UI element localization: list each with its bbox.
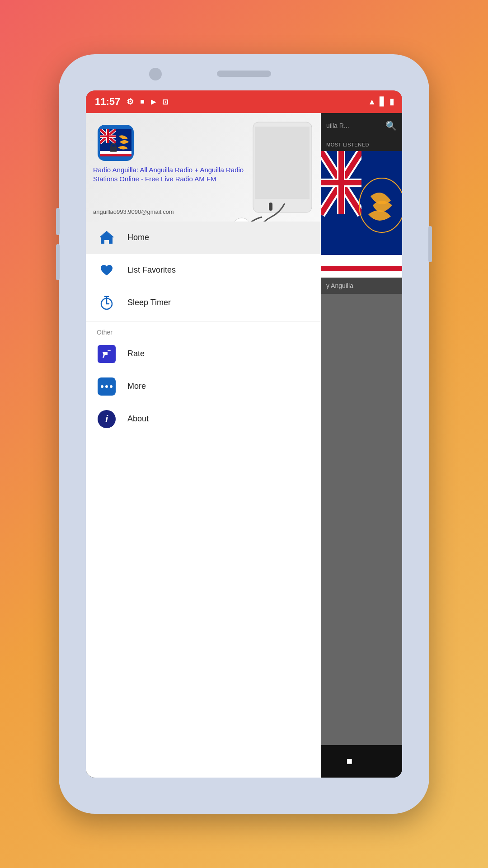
svg-point-18 xyxy=(232,218,252,222)
nav-divider xyxy=(86,321,321,321)
nav-home-label: Home xyxy=(127,233,149,242)
nav-drawer: Radio Anguilla: All Anguilla Radio + Ang… xyxy=(86,113,321,778)
svg-rect-38 xyxy=(108,350,111,351)
volume-up-button xyxy=(56,208,60,235)
search-icon[interactable]: 🔍 xyxy=(385,120,397,131)
nav-about-label: About xyxy=(127,414,149,424)
drawer-nav: Home List Favorites xyxy=(86,222,321,778)
volume-down-button xyxy=(56,244,60,280)
nav-item-rate[interactable]: Rate xyxy=(86,338,321,370)
main-content: uilla R... 🔍 MOST LISTENED xyxy=(86,113,402,778)
status-bar: 11:57 ⚙ ■ ▶ ⊡ ▲ ▋ ▮ xyxy=(86,90,402,113)
wifi-icon: ▲ xyxy=(368,97,376,107)
heart-icon xyxy=(97,260,117,280)
power-button xyxy=(428,226,432,262)
speaker-top xyxy=(217,71,271,77)
svg-rect-17 xyxy=(255,127,310,199)
gear-icon: ⚙ xyxy=(127,97,134,107)
nav-favorites-label: List Favorites xyxy=(127,265,176,275)
svg-rect-22 xyxy=(269,203,272,211)
other-section-label: Other xyxy=(86,323,321,338)
nav-item-sleep-timer[interactable]: Sleep Timer xyxy=(86,287,321,319)
most-listened-label: MOST LISTENED xyxy=(321,138,402,151)
right-panel-title: uilla R... xyxy=(326,122,349,129)
timer-icon xyxy=(97,293,117,313)
svg-rect-15 xyxy=(321,271,402,278)
nav-item-about[interactable]: i About xyxy=(86,403,321,435)
right-panel: uilla R... 🔍 MOST LISTENED xyxy=(321,113,402,778)
nav-sleep-timer-label: Sleep Timer xyxy=(127,298,171,307)
phone-frame: 11:57 ⚙ ■ ▶ ⊡ ▲ ▋ ▮ uilla R... 🔍 MOST LI… xyxy=(59,54,429,814)
svg-rect-35 xyxy=(100,154,131,156)
svg-rect-32 xyxy=(100,136,116,137)
drawer-email: anguillao993.9090@gmail.com xyxy=(93,208,174,215)
more-icon xyxy=(97,377,117,396)
key-icon: ⊡ xyxy=(162,98,168,106)
play-icon: ▶ xyxy=(151,98,156,105)
nav-more-label: More xyxy=(127,382,146,391)
battery-icon: ▮ xyxy=(389,97,393,107)
drawer-header: Radio Anguilla: All Anguilla Radio + Ang… xyxy=(86,113,321,222)
svg-rect-36 xyxy=(110,146,117,152)
svg-rect-10 xyxy=(321,180,361,185)
svg-rect-13 xyxy=(321,255,402,266)
nav-item-favorites[interactable]: List Favorites xyxy=(86,254,321,287)
recents-icon: ■ xyxy=(347,755,352,767)
right-panel-header: uilla R... 🔍 xyxy=(321,113,402,138)
right-panel-gray xyxy=(321,294,402,778)
phone-screen: 11:57 ⚙ ■ ▶ ⊡ ▲ ▋ ▮ uilla R... 🔍 MOST LI… xyxy=(86,90,402,778)
drawer-app-title: Radio Anguilla: All Anguilla Radio + Ang… xyxy=(93,165,249,183)
home-icon xyxy=(97,228,117,248)
rate-icon xyxy=(97,344,117,364)
signal-icon: ▋ xyxy=(380,97,386,107)
nav-item-more[interactable]: More xyxy=(86,370,321,403)
nav-item-home[interactable]: Home xyxy=(86,222,321,254)
status-time: 11:57 xyxy=(95,96,120,108)
nav-rate-label: Rate xyxy=(127,349,145,359)
svg-rect-14 xyxy=(321,266,402,271)
flag-image xyxy=(321,151,402,278)
recents-button[interactable]: ■ xyxy=(338,750,361,773)
about-icon: i xyxy=(97,409,117,429)
country-label: y Anguilla xyxy=(321,278,402,294)
square-icon: ■ xyxy=(140,98,145,106)
app-icon xyxy=(98,125,134,161)
camera xyxy=(149,68,162,80)
